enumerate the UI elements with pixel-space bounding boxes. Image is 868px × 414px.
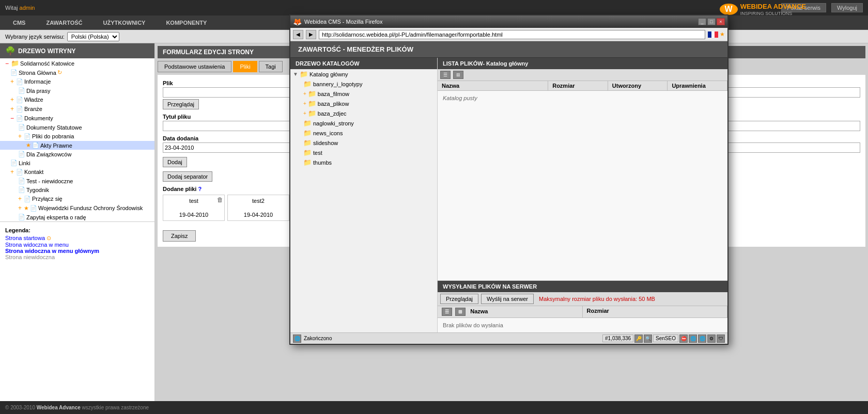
upload-panel: WYSYŁANIE PLIKÓW NA SERWER Przeglądaj Wy… <box>438 280 727 332</box>
status-text: Zakończono <box>304 336 600 341</box>
back-button[interactable]: ◀ <box>293 30 303 39</box>
tree-panel-header: DRZEWO KATALOGÓW <box>290 58 437 69</box>
tree-item-solidarnosc[interactable]: − 📁 Solidarność Katowice <box>0 58 154 68</box>
browser-icon2[interactable]: 🌐 <box>698 335 706 343</box>
tree-item-wfos[interactable]: + ★ 📄 Wojewódzki Fundusz Ochrony Środowi… <box>0 203 154 213</box>
folder-root[interactable]: ▼ 📁 Katalog główny <box>290 69 437 79</box>
tree-item-wladze[interactable]: + 📄 Władze <box>0 95 154 104</box>
stop-icon[interactable]: ⛔ <box>679 335 688 343</box>
special-icon: ★ <box>26 142 31 149</box>
tree-item-akty-prawne[interactable]: ★ 📄 Akty Prawne <box>0 141 154 150</box>
legend-start: Strona startowa ⊙ <box>5 235 149 242</box>
nav-cms[interactable]: CMS <box>3 18 36 28</box>
minimize-button[interactable]: _ <box>698 18 706 25</box>
tree-item-dla-zwiazkow[interactable]: 📄 Dla Związkowców <box>0 150 154 158</box>
file-list-panel: LISTA PLIKÓW- Katalog główny ☰ ⊞ Nazwa R… <box>438 58 727 332</box>
upload-grid-icon: ⊞ <box>455 308 466 316</box>
key-icon[interactable]: 🔑 <box>634 335 643 343</box>
expand-icon: + <box>18 204 22 212</box>
grid-view-icon[interactable]: ⊞ <box>453 71 463 79</box>
page-icon: 📄 <box>18 87 25 94</box>
browse-button[interactable]: Przeglądaj <box>163 99 199 109</box>
cms-title: ZAWARTOŚĆ - MENEDŻER PLIKÓW <box>290 41 727 58</box>
tree-item-kontakt[interactable]: + 📄 Kontakt <box>0 167 154 177</box>
special-icon: ★ <box>24 205 29 212</box>
upload-size-info: Maksymalny rozmiar pliku do wysłania: 50… <box>536 296 658 302</box>
folder-baza-filmow[interactable]: + 📁 baza_filmow <box>301 89 437 99</box>
lang-select[interactable]: Polski (Polska) <box>67 32 119 41</box>
folder-thumbs[interactable]: 📁 thumbs <box>301 157 437 167</box>
forward-button[interactable]: ▶ <box>306 30 316 39</box>
tree-item-branze[interactable]: + 📄 Branże <box>0 104 154 114</box>
folder-baza-plikow[interactable]: + 📁 baza_plikow <box>301 99 437 108</box>
tree-item-pliki-pobrania[interactable]: + 📄 Pliki do pobrania <box>0 132 154 141</box>
page-icon: 📄 <box>18 124 25 131</box>
browser-titlebar: 🦊 Webidea CMS - Mozilla Firefox _ □ × <box>290 15 727 28</box>
tree-item-przylacz-sie[interactable]: + 📄 Przyłącz się <box>0 194 154 203</box>
logo-text: WEBIDEA ADVANCE INSPIRING SOLUTIONS <box>740 3 806 16</box>
url-input[interactable] <box>319 30 705 39</box>
delete-file-button[interactable]: 🗑 <box>217 196 223 203</box>
tree-item-zapytaj[interactable]: 📄 Zapytaj eksperta o radę <box>0 213 154 221</box>
tree-item-linki[interactable]: 📄 Linki <box>0 158 154 167</box>
page-icon: 📄 <box>10 69 18 76</box>
status-page-icon: 🌐 <box>293 335 301 343</box>
lang-label: Wybrany język serwisu: <box>5 34 65 40</box>
upload-columns: ☰ ⊞ Nazwa Rozmiar <box>438 306 727 318</box>
username-link[interactable]: admin <box>20 5 35 11</box>
shield-icon[interactable]: 🛡 <box>717 335 725 343</box>
settings-icon[interactable]: ⚙ <box>707 335 716 343</box>
save-button[interactable]: Zapisz <box>163 230 196 242</box>
magnify-icon[interactable]: 🔍 <box>644 335 652 343</box>
add-separator-button[interactable]: Dodaj separator <box>163 171 212 182</box>
folder-test[interactable]: 📁 test <box>301 148 437 157</box>
logout-button[interactable]: Wyloguj <box>831 3 863 12</box>
tree-item-dokumenty-statutowe[interactable]: 📄 Dokumenty Statutowe <box>0 123 154 132</box>
add-button[interactable]: Dodaj <box>163 157 187 167</box>
tree-item-dokumenty[interactable]: − 📄 Dokumenty <box>0 114 154 123</box>
folder-slideshow[interactable]: 📁 slideshow <box>301 138 437 148</box>
col-permissions: Uprawnienia <box>668 81 727 90</box>
folder-news-icons[interactable]: 📁 news_icons <box>301 128 437 138</box>
tree-item-test-niewidoczne[interactable]: 📄 Test - niewidoczne <box>0 177 154 185</box>
tab-podstawowe[interactable]: Podstawowe ustawienia <box>158 61 231 72</box>
file-list-header: LISTA PLIKÓW- Katalog główny <box>438 58 727 69</box>
folder-icon: 📁 <box>303 139 312 147</box>
browser-icon1[interactable]: 🌐 <box>689 335 697 343</box>
upload-browse-button[interactable]: Przeglądaj <box>440 294 478 304</box>
folder-icon: 📁 <box>308 109 316 117</box>
folder-baza-zdjec[interactable]: + 📁 baza_zdjec <box>301 108 437 118</box>
page-icon: 📄 <box>16 115 23 122</box>
page-icon: 📄 <box>16 97 23 103</box>
maximize-button[interactable]: □ <box>707 18 716 25</box>
nav-komponenty[interactable]: KOMPONENTY <box>156 18 217 28</box>
tab-tagi[interactable]: Tagi <box>259 61 283 72</box>
upload-header: WYSYŁANIE PLIKÓW NA SERWER <box>438 281 727 292</box>
folder-icon: 📁 <box>303 149 312 156</box>
tab-pliki[interactable]: Pliki <box>233 61 257 72</box>
nav-zawartość[interactable]: ZAWARTOŚĆ <box>36 18 92 28</box>
send-button[interactable]: Wyślij na serwer <box>481 294 534 304</box>
expand-icon: + <box>18 195 22 202</box>
tree-icon: 🌳 <box>5 46 16 56</box>
file-columns: Nazwa Rozmiar Utworzony Uprawnienia <box>438 81 727 91</box>
legend-main-menu: Strona widoczna w menu głównym <box>5 248 149 254</box>
tree-item-tygodnik[interactable]: 📄 Tygodnik <box>0 185 154 194</box>
folder-bannery[interactable]: 📁 bannery_i_logotypy <box>301 79 437 89</box>
expand-icon: + <box>10 78 14 85</box>
help-icon[interactable]: ? <box>198 186 202 192</box>
bookmark-star[interactable]: ★ <box>720 31 725 38</box>
list-view-icon[interactable]: ☰ <box>440 71 451 79</box>
tree-item-informacje[interactable]: + 📄 Informacje <box>0 77 154 86</box>
page-icon: 📄 <box>24 133 31 140</box>
file-item-test2: test2 19-04-2010 <box>227 195 289 221</box>
page-icon: 📄 <box>18 214 25 220</box>
folder-naglowki[interactable]: 📁 naglowki_strony <box>301 118 437 128</box>
expand-icon: + <box>303 101 306 106</box>
tree-item-dla-prasy[interactable]: 📄 Dla prasy <box>0 86 154 95</box>
nav-uzytkownicy[interactable]: UŻYTKOWNICY <box>93 18 156 28</box>
upload-empty-msg: Brak plików do wysłania <box>438 318 727 332</box>
page-icon: 📄 <box>32 142 39 149</box>
tree-item-strona-glowna[interactable]: 📄 Strona Główna ↻ <box>0 68 154 77</box>
close-button[interactable]: × <box>717 18 725 25</box>
